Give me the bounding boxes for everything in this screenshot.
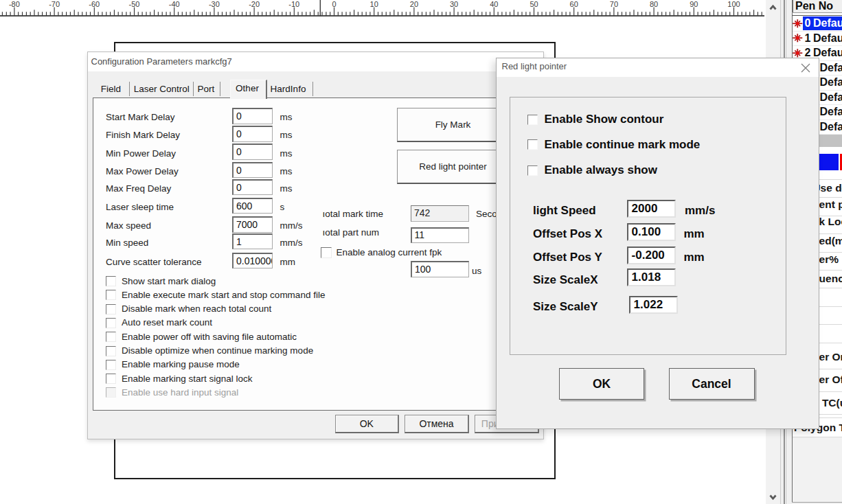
- svg-text:-60: -60: [89, 0, 100, 8]
- svg-text:-10: -10: [288, 0, 299, 8]
- svg-text:-80: -80: [9, 0, 20, 8]
- svg-text:-50: -50: [129, 0, 140, 8]
- svg-text:-70: -70: [49, 0, 60, 8]
- svg-text:-30: -30: [209, 0, 220, 8]
- svg-text:90: 90: [690, 0, 698, 8]
- svg-text:-40: -40: [169, 0, 180, 8]
- svg-text:20: 20: [410, 0, 418, 8]
- svg-text:50: 50: [530, 0, 538, 8]
- svg-text:60: 60: [570, 0, 578, 8]
- svg-text:30: 30: [450, 0, 458, 8]
- svg-text:70: 70: [610, 0, 618, 8]
- svg-text:40: 40: [490, 0, 498, 8]
- svg-text:100: 100: [727, 0, 740, 8]
- svg-text:80: 80: [650, 0, 658, 8]
- svg-text:10: 10: [370, 0, 378, 8]
- svg-text:-20: -20: [249, 0, 260, 8]
- svg-text:0: 0: [332, 0, 336, 8]
